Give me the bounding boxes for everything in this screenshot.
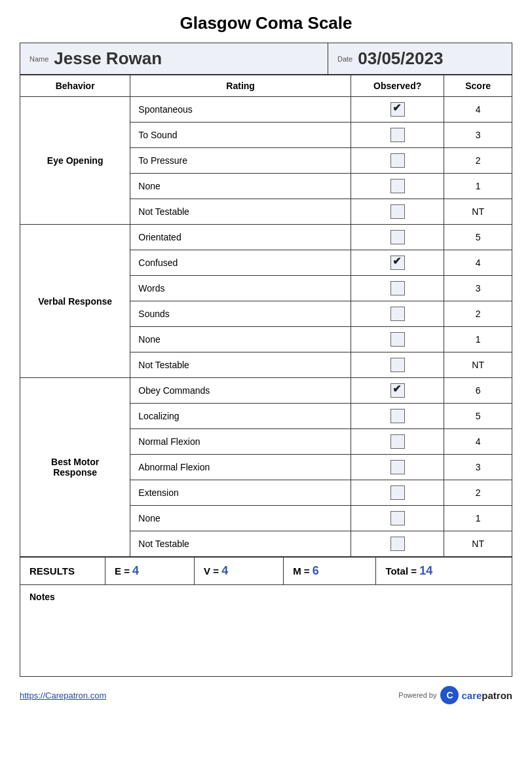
rating-cell: Extension	[130, 480, 351, 506]
notes-label: Notes	[29, 592, 503, 602]
score-cell: 2	[444, 301, 512, 327]
observed-cell[interactable]	[351, 455, 444, 480]
col-observed: Observed?	[351, 75, 444, 97]
rating-cell: Not Testable	[130, 352, 351, 378]
score-cell: 1	[444, 174, 512, 199]
checkbox[interactable]	[390, 153, 405, 168]
score-cell: 4	[444, 250, 512, 276]
total-label: Total =	[385, 565, 419, 577]
checkbox[interactable]	[390, 358, 405, 372]
observed-cell[interactable]	[351, 301, 444, 327]
observed-cell[interactable]	[351, 123, 444, 148]
observed-cell[interactable]	[351, 225, 444, 250]
checkbox[interactable]	[390, 179, 405, 193]
checkbox[interactable]	[390, 511, 405, 525]
observed-cell[interactable]	[351, 378, 444, 404]
score-cell: 5	[444, 225, 512, 250]
observed-cell[interactable]	[351, 404, 444, 429]
observed-cell[interactable]	[351, 174, 444, 199]
behavior-cell: Verbal Response	[20, 225, 130, 378]
score-cell: 2	[444, 480, 512, 506]
rating-cell: None	[130, 506, 351, 531]
checkbox[interactable]	[390, 204, 405, 219]
table-row: Eye OpeningSpontaneous4	[20, 97, 512, 123]
patient-date-section: Date 03/05/2023	[328, 43, 512, 74]
behavior-cell: Eye Opening	[20, 97, 130, 225]
footer: https://Carepatron.com Powered by C care…	[20, 686, 512, 704]
observed-cell[interactable]	[351, 506, 444, 531]
patient-date: 03/05/2023	[358, 48, 443, 69]
score-cell: 3	[444, 455, 512, 480]
rating-cell: Obey Commands	[130, 378, 351, 404]
checkbox[interactable]	[390, 256, 405, 270]
checkbox[interactable]	[390, 128, 405, 142]
checkbox[interactable]	[390, 332, 405, 347]
rating-cell: Spontaneous	[130, 97, 351, 123]
checkbox[interactable]	[390, 307, 405, 321]
score-cell: NT	[444, 199, 512, 225]
table-header-row: Behavior Rating Observed? Score	[20, 75, 512, 97]
e-value: 4	[132, 564, 139, 577]
table-row: Best MotorResponseObey Commands6	[20, 378, 512, 404]
patient-name-section: Name Jesse Rowan	[20, 43, 328, 74]
score-cell: 1	[444, 506, 512, 531]
checkbox[interactable]	[390, 383, 405, 398]
checkbox[interactable]	[390, 434, 405, 449]
rating-cell: To Sound	[130, 123, 351, 148]
score-cell: NT	[444, 352, 512, 378]
e-label: E =	[115, 565, 132, 577]
patient-name: Jesse Rowan	[54, 48, 162, 69]
checkbox[interactable]	[390, 409, 405, 423]
footer-right: Powered by C carepatron	[398, 686, 512, 704]
carepatron-icon: C	[440, 686, 459, 704]
rating-cell: None	[130, 327, 351, 352]
observed-cell[interactable]	[351, 352, 444, 378]
observed-cell[interactable]	[351, 327, 444, 352]
checkbox[interactable]	[390, 281, 405, 295]
observed-cell[interactable]	[351, 480, 444, 506]
observed-cell[interactable]	[351, 429, 444, 455]
results-v-cell: V = 4	[195, 558, 284, 585]
rating-cell: Not Testable	[130, 199, 351, 225]
score-cell: 4	[444, 429, 512, 455]
page-title: Glasgow Coma Scale	[20, 13, 512, 33]
observed-cell[interactable]	[351, 97, 444, 123]
carepatron-link[interactable]: https://Carepatron.com	[20, 691, 106, 700]
checkbox[interactable]	[390, 537, 405, 551]
rating-cell: Words	[130, 276, 351, 301]
observed-cell[interactable]	[351, 276, 444, 301]
col-behavior: Behavior	[20, 75, 130, 97]
rating-cell: None	[130, 174, 351, 199]
observed-cell[interactable]	[351, 199, 444, 225]
results-row: RESULTS E = 4 V = 4 M = 6 Total = 14	[20, 558, 512, 585]
m-label: M =	[293, 565, 313, 577]
rating-cell: Orientated	[130, 225, 351, 250]
checkbox[interactable]	[390, 102, 405, 117]
observed-cell[interactable]	[351, 250, 444, 276]
rating-cell: Localizing	[130, 404, 351, 429]
results-m-cell: M = 6	[284, 558, 376, 585]
results-e-cell: E = 4	[105, 558, 195, 585]
score-cell: 5	[444, 404, 512, 429]
rating-cell: Sounds	[130, 301, 351, 327]
results-total-cell: Total = 14	[376, 558, 512, 585]
results-table: RESULTS E = 4 V = 4 M = 6 Total = 14	[20, 557, 512, 585]
rating-cell: Confused	[130, 250, 351, 276]
score-cell: 3	[444, 123, 512, 148]
score-cell: 2	[444, 148, 512, 174]
score-cell: 4	[444, 97, 512, 123]
col-score: Score	[444, 75, 512, 97]
results-label: RESULTS	[20, 558, 105, 585]
v-label: V =	[204, 565, 221, 577]
observed-cell[interactable]	[351, 531, 444, 557]
score-cell: 6	[444, 378, 512, 404]
checkbox[interactable]	[390, 230, 405, 244]
carepatron-logo: C carepatron	[440, 686, 512, 704]
score-cell: 1	[444, 327, 512, 352]
table-row: Verbal ResponseOrientated5	[20, 225, 512, 250]
powered-by-text: Powered by	[398, 691, 436, 699]
observed-cell[interactable]	[351, 148, 444, 174]
score-cell: NT	[444, 531, 512, 557]
checkbox[interactable]	[390, 485, 405, 500]
checkbox[interactable]	[390, 460, 405, 474]
